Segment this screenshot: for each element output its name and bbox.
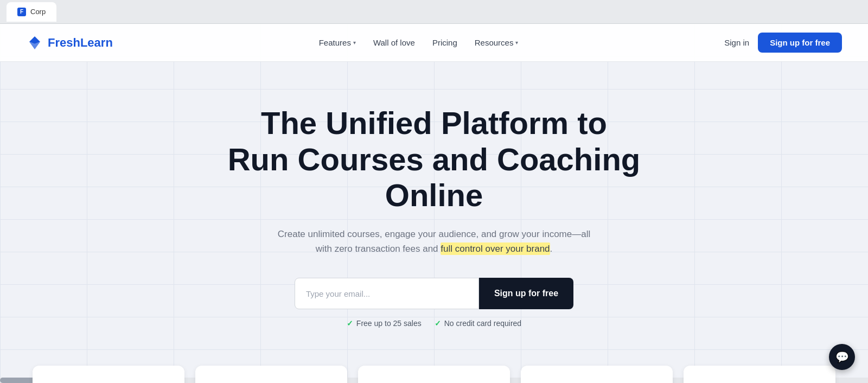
hero-section: The Unified Platform to Run Courses and … — [0, 62, 868, 349]
nav-links: Features ▾ Wall of love Pricing Resource… — [319, 38, 519, 47]
check-icon-1: ✓ — [347, 319, 353, 328]
nav-actions: Sign in Sign up for free — [724, 33, 842, 53]
logo-icon — [26, 34, 43, 52]
perks-row: ✓ Free up to 25 sales ✓ No credit card r… — [347, 319, 521, 328]
signin-button[interactable]: Sign in — [724, 38, 749, 47]
browser-tab[interactable]: F Corp — [7, 2, 56, 22]
perk-free-sales: ✓ Free up to 25 sales — [347, 319, 422, 328]
resources-chevron-down-icon: ▾ — [515, 40, 518, 46]
page: FreshLearn Features ▾ Wall of love Prici… — [0, 24, 868, 383]
nav-item-features[interactable]: Features ▾ — [319, 38, 356, 47]
perk-no-credit-card: ✓ No credit card required — [435, 319, 521, 328]
tab-label: Corp — [30, 8, 46, 16]
cards-preview — [0, 349, 868, 383]
signup-hero-button[interactable]: Sign up for free — [479, 278, 573, 309]
signup-nav-button[interactable]: Sign up for free — [758, 33, 842, 53]
nav-item-wall-of-love[interactable]: Wall of love — [373, 38, 415, 47]
tab-favicon: F — [17, 8, 26, 16]
hero-subtitle: Create unlimited courses, engage your au… — [277, 227, 591, 256]
preview-card-5 — [684, 366, 835, 383]
nav-item-pricing[interactable]: Pricing — [432, 38, 457, 47]
chat-icon: 💬 — [835, 350, 849, 363]
check-icon-2: ✓ — [435, 319, 441, 328]
preview-card-2 — [195, 366, 347, 383]
perk-no-credit-card-label: No credit card required — [444, 319, 521, 328]
chat-bubble-button[interactable]: 💬 — [829, 344, 855, 370]
perk-free-sales-label: Free up to 25 sales — [356, 319, 422, 328]
hero-title: The Unified Platform to Run Courses and … — [190, 105, 678, 214]
browser-chrome: F Corp — [0, 0, 868, 24]
highlighted-text: full control over your brand — [441, 242, 550, 255]
preview-card-4 — [521, 366, 673, 383]
features-chevron-down-icon: ▾ — [353, 40, 356, 46]
email-form: Sign up for free — [295, 278, 573, 309]
email-input[interactable] — [295, 278, 479, 309]
logo-link[interactable]: FreshLearn — [26, 34, 113, 52]
preview-card-1 — [33, 366, 184, 383]
preview-card-3 — [358, 366, 510, 383]
navbar: FreshLearn Features ▾ Wall of love Prici… — [0, 24, 868, 62]
nav-item-resources[interactable]: Resources ▾ — [475, 38, 519, 47]
logo-text: FreshLearn — [48, 36, 113, 50]
